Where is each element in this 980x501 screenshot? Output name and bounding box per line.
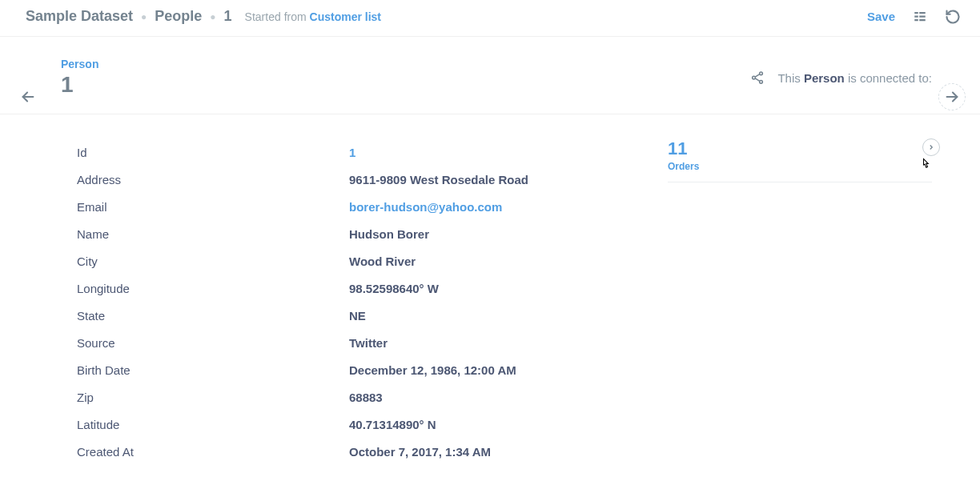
svg-rect-4 [914,19,918,21]
field-row: CityWood River [77,247,668,275]
entity-id: 1 [61,72,98,98]
next-record-button[interactable] [938,83,966,110]
field-label: Zip [77,391,349,404]
top-bar: Sample Dataset ● People ● 1 Started from… [0,0,980,37]
started-from-text: Started from Customer list [245,10,381,23]
connections-suffix: is connected to: [845,71,932,85]
field-value: 68883 [349,391,383,404]
svg-point-8 [760,72,763,75]
related-count[interactable]: 11 [668,138,932,159]
field-value: NE [349,309,366,323]
crumb-record[interactable]: 1 [224,8,232,25]
field-label: Name [77,227,349,241]
field-value: Hudson Borer [349,227,429,241]
svg-rect-2 [914,15,918,17]
field-value: 40.71314890° N [349,418,436,431]
connections-prefix: This [777,71,804,85]
field-row: Emailborer-hudson@yahoo.com [77,193,668,220]
started-prefix: Started from [245,10,310,23]
entity-type-label[interactable]: Person [61,58,98,70]
related-label[interactable]: Orders [668,161,932,172]
svg-point-10 [760,80,763,83]
field-label: Longitude [77,282,349,295]
field-label: Email [77,200,349,214]
field-row: Birth DateDecember 12, 1986, 12:00 AM [77,356,668,383]
field-value: 9611-9809 West Rosedale Road [349,173,528,186]
field-value: December 12, 1986, 12:00 AM [349,363,516,377]
save-button[interactable]: Save [867,10,895,23]
field-value: Wood River [349,255,416,268]
expand-related-button[interactable] [922,138,940,156]
field-row: Longitude98.52598640° W [77,275,668,302]
field-label: Id [77,146,349,159]
crumb-table[interactable]: People [155,8,202,25]
field-row: Id1 [77,138,668,166]
field-row: NameHudson Borer [77,220,668,247]
field-label: Created At [77,445,349,459]
svg-rect-1 [919,12,926,14]
detail-header: Person 1 This Person is connected to: [0,37,980,114]
connections-entity: Person [804,71,845,85]
field-label: Address [77,173,349,186]
refresh-icon[interactable] [945,9,961,25]
svg-rect-0 [914,12,918,14]
field-row: SourceTwitter [77,329,668,356]
field-row: Zip68883 [77,383,668,411]
field-label: Latitude [77,418,349,431]
fields-list: Id1Address9611-9809 West Rosedale RoadEm… [77,114,668,465]
field-row: StateNE [77,302,668,329]
svg-line-11 [756,74,761,77]
prev-record-button[interactable] [14,83,42,110]
body: Id1Address9611-9809 West Rosedale RoadEm… [0,114,980,465]
svg-rect-3 [919,15,926,17]
entity-heading: Person 1 [61,58,98,98]
field-label: State [77,309,349,323]
connections-sentence: This Person is connected to: [777,71,932,85]
divider [668,182,932,182]
field-value: 98.52598640° W [349,282,439,295]
connected-panel: 11 Orders [668,114,932,465]
share-icon[interactable] [750,70,765,85]
svg-rect-5 [919,19,926,21]
field-value[interactable]: 1 [349,146,355,159]
top-actions: Save [867,9,961,25]
crumb-separator-icon: ● [141,11,147,22]
breadcrumb: Sample Dataset ● People ● 1 Started from… [26,8,381,25]
started-from-link[interactable]: Customer list [310,10,381,23]
crumb-dataset[interactable]: Sample Dataset [26,8,133,25]
field-label: Birth Date [77,363,349,377]
svg-point-9 [753,76,756,79]
field-label: Source [77,336,349,350]
svg-line-12 [756,78,761,81]
field-value: October 7, 2017, 1:34 AM [349,445,491,459]
field-row: Latitude40.71314890° N [77,411,668,438]
connections-text: This Person is connected to: [750,58,932,98]
field-row: Created AtOctober 7, 2017, 1:34 AM [77,438,668,465]
editor-icon[interactable] [913,10,927,24]
field-value[interactable]: borer-hudson@yahoo.com [349,200,502,214]
field-value: Twitter [349,336,388,350]
crumb-separator-icon: ● [210,11,215,22]
field-label: City [77,255,349,268]
field-row: Address9611-9809 West Rosedale Road [77,166,668,193]
